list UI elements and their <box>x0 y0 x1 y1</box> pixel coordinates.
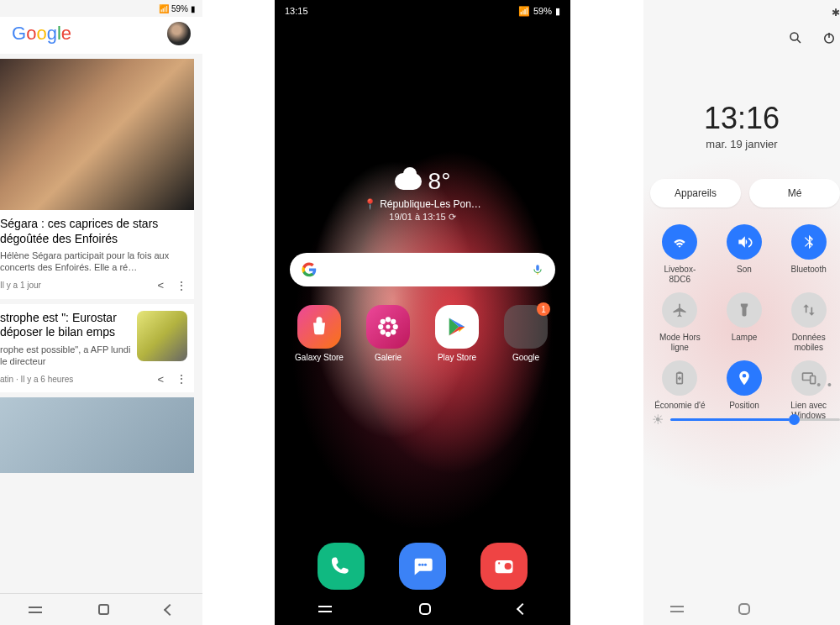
clock-date: mar. 19 janvier <box>643 138 840 150</box>
svg-point-17 <box>790 33 798 40</box>
quick-settings-panel: ✱ 13:16 mar. 19 janvier Appareils Mé Liv… <box>643 0 840 625</box>
svg-point-3 <box>386 332 391 337</box>
battery-icon: ▮ <box>191 4 196 13</box>
news-card[interactable] <box>0 397 194 473</box>
home-screen: 13:15 📶 59% ▮ 8° 📍 République-Les Pon… 1… <box>275 0 570 625</box>
app-gallery[interactable]: Galerie <box>358 305 418 362</box>
google-search-bar[interactable] <box>290 253 555 286</box>
svg-rect-22 <box>679 372 681 374</box>
news-card-meta: Il y a 1 jour < ⋮ <box>0 279 194 299</box>
more-icon[interactable]: ⋮ <box>176 279 186 292</box>
news-card-body: Hélène Ségara participait pour la fois a… <box>0 249 194 279</box>
flashlight-icon <box>727 292 762 328</box>
news-card[interactable]: Ségara : ces caprices de stars dégoûtée … <box>0 59 194 299</box>
bluetooth-status-icon: ✱ <box>832 7 840 18</box>
bluetooth-icon <box>791 224 827 260</box>
news-card-time: Il y a 1 jour <box>0 281 41 290</box>
svg-point-16 <box>498 562 500 564</box>
page-dots: • • <box>643 378 840 391</box>
messages-app-icon[interactable] <box>399 543 446 590</box>
devices-media-tabs: Appareils Mé <box>650 179 840 207</box>
status-bar: 13:15 📶 59% ▮ <box>275 0 570 18</box>
profile-avatar[interactable] <box>167 22 191 45</box>
nav-back-button[interactable] <box>164 603 176 615</box>
cloud-icon <box>395 173 422 190</box>
news-card-image <box>0 397 194 473</box>
qs-tile-wifi[interactable]: Livebox-8DC6 <box>650 224 710 284</box>
nav-recents-button[interactable] <box>29 607 42 613</box>
battery-text: 59% <box>171 4 188 13</box>
svg-point-5 <box>393 324 398 329</box>
svg-point-6 <box>381 319 386 324</box>
status-time: 13:15 <box>285 6 308 16</box>
svg-point-11 <box>418 564 421 566</box>
qs-tile-mobile-data[interactable]: Données mobiles <box>779 292 838 352</box>
android-nav-bar <box>275 593 570 625</box>
clock-time: 13:16 <box>643 101 840 136</box>
camera-app-icon[interactable] <box>480 543 528 590</box>
search-icon[interactable] <box>788 30 803 45</box>
weather-location: République-Les Pon… <box>380 198 481 210</box>
signal-icon: 📶 <box>518 6 530 17</box>
svg-point-2 <box>386 317 391 322</box>
pin-icon: 📍 <box>364 198 376 210</box>
app-row: Galaxy Store Galerie Play Store 1 Google <box>275 305 570 362</box>
android-nav-bar <box>0 593 202 625</box>
app-galaxy-store[interactable]: Galaxy Store <box>289 305 349 362</box>
mic-icon[interactable] <box>532 262 543 277</box>
wifi-icon <box>662 224 697 260</box>
nav-home-button[interactable] <box>98 604 109 615</box>
phone-app-icon[interactable] <box>318 543 365 590</box>
qs-tile-bluetooth[interactable]: Bluetooth <box>779 224 838 284</box>
qs-tile-airplane[interactable]: Mode Hors ligne <box>650 292 710 352</box>
nav-home-button[interactable] <box>419 603 431 615</box>
power-icon[interactable] <box>822 30 837 45</box>
discover-header: Google <box>0 17 202 54</box>
brightness-slider[interactable]: ☀ <box>652 412 840 428</box>
status-bar: 📶 59% ▮ <box>0 0 202 17</box>
weather-widget[interactable]: 8° 📍 République-Les Pon… 19/01 à 13:15 ⟳ <box>275 168 570 223</box>
slider-track[interactable] <box>670 418 840 421</box>
mobile-data-icon <box>791 292 827 328</box>
svg-point-10 <box>386 325 391 329</box>
news-card-time: atin · Il y a 6 heures <box>0 375 73 384</box>
gap <box>202 0 275 625</box>
battery-text: 59% <box>533 6 552 16</box>
google-folder-icon: 1 <box>504 305 548 349</box>
google-logo[interactable]: Google <box>12 23 71 45</box>
brightness-icon: ☀ <box>652 412 664 428</box>
google-discover-screen: 📶 59% ▮ Google Ségara : ces caprices de … <box>0 0 202 625</box>
qs-tile-flashlight[interactable]: Lampe <box>715 292 774 352</box>
slider-thumb[interactable] <box>789 414 800 425</box>
app-google-folder[interactable]: 1 Google <box>496 305 556 362</box>
nav-recents-button[interactable] <box>318 606 332 612</box>
nav-recents-button[interactable] <box>670 606 684 612</box>
share-icon[interactable]: < <box>157 279 164 291</box>
sound-icon <box>727 224 762 260</box>
notification-badge: 1 <box>537 302 550 316</box>
svg-line-18 <box>797 39 801 43</box>
battery-icon: ▮ <box>555 6 560 17</box>
app-play-store[interactable]: Play Store <box>427 305 487 362</box>
more-icon[interactable]: ⋮ <box>176 372 186 386</box>
news-card-image <box>0 59 194 210</box>
nav-home-button[interactable] <box>738 603 750 615</box>
qs-tile-sound[interactable]: Son <box>715 224 774 284</box>
news-card-meta: atin · Il y a 6 heures < ⋮ <box>0 372 194 392</box>
devices-tab[interactable]: Appareils <box>650 179 741 207</box>
dock <box>275 543 570 590</box>
weather-date: 19/01 à 13:15 ⟳ <box>275 212 570 223</box>
svg-point-4 <box>378 324 383 329</box>
media-tab[interactable]: Mé <box>749 179 840 207</box>
svg-point-15 <box>505 563 512 570</box>
share-icon[interactable]: < <box>157 373 164 386</box>
gallery-icon <box>366 305 410 349</box>
svg-point-12 <box>421 564 423 566</box>
weather-temp: 8° <box>428 168 451 195</box>
svg-point-8 <box>381 329 386 334</box>
news-card[interactable]: strophe est ": Eurostar déposer le bilan… <box>0 304 194 393</box>
android-nav-bar <box>643 593 840 625</box>
clock-widget: 13:16 mar. 19 janvier <box>643 101 840 150</box>
svg-point-9 <box>391 329 396 334</box>
nav-back-button[interactable] <box>517 603 528 615</box>
